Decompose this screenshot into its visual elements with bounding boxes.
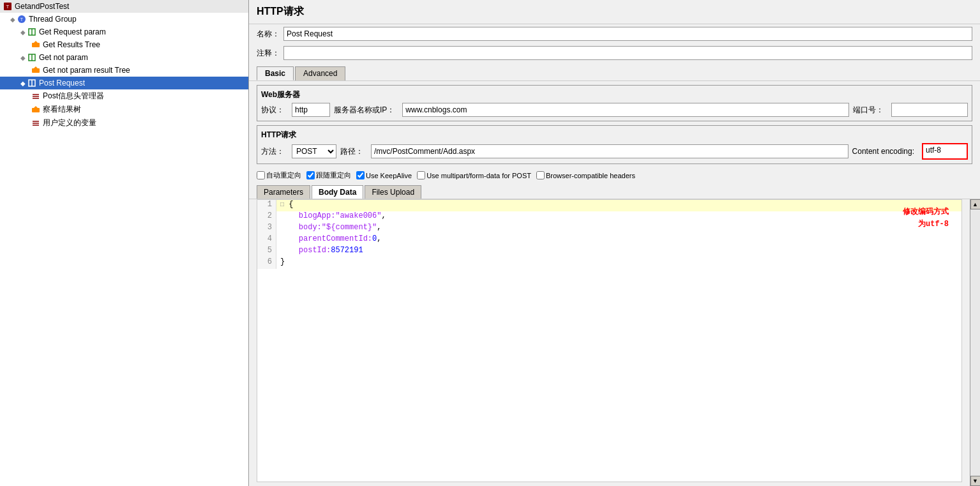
key-parentcommentid: parentCommentId: [299, 234, 372, 243]
tab-advanced[interactable]: Advanced [295, 66, 345, 80]
code-line-4: 4 parentCommentId:0, [257, 234, 961, 246]
tree-item-get-not-result[interactable]: Get not param result Tree [0, 64, 248, 77]
keepalive-label: Use KeepAlive [366, 172, 412, 179]
listener-icon [31, 40, 41, 50]
line-content-2: blogApp:"awake006", [276, 211, 961, 223]
port-label: 端口号： [853, 105, 884, 116]
encoding-input[interactable] [926, 146, 964, 155]
code-editor[interactable]: 1 □ { 2 blogApp:"awake006", 3 body:"${co… [257, 199, 962, 482]
path-input[interactable] [371, 144, 848, 158]
browser-compat-checkbox[interactable] [536, 171, 545, 179]
line-content-3: body:"${comment}", [276, 223, 961, 234]
tree-item-root[interactable]: T GetandPostTest [0, 0, 248, 13]
checkbox-keepalive[interactable]: Use KeepAlive [356, 171, 412, 179]
tab-basic[interactable]: Basic [257, 66, 294, 80]
code-line-2: 2 blogApp:"awake006", [257, 211, 961, 223]
follow-redirect-label: 跟随重定向 [316, 171, 351, 180]
method-select[interactable]: POST GET PUT DELETE [292, 144, 336, 158]
tab-body-data[interactable]: Body Data [312, 185, 363, 199]
right-scrollbar[interactable]: ▲ ▼ [970, 199, 980, 486]
name-row: 名称： [249, 24, 980, 43]
name-label: 名称： [257, 29, 280, 40]
multipart-checkbox[interactable] [417, 171, 425, 179]
svg-marker-11 [34, 66, 38, 68]
comment-input[interactable] [283, 46, 972, 60]
code-line-3: 3 body:"${comment}", [257, 223, 961, 234]
listener-icon3 [31, 105, 41, 115]
scroll-up-btn[interactable]: ▲ [970, 199, 981, 209]
browser-compat-label: Browser-compatible headers [546, 172, 635, 179]
tree-item-post-header[interactable]: Post信息头管理器 [0, 89, 248, 103]
encoding-box [922, 143, 968, 160]
tree-label-get-param: Get Request param [39, 27, 106, 36]
key-blogapp: blogApp: [299, 211, 336, 220]
uservar-icon [31, 118, 41, 128]
line-num-2: 2 [257, 211, 276, 223]
svg-marker-18 [34, 106, 38, 108]
line-content-6: } [276, 257, 961, 269]
connector: ◆ [10, 16, 15, 23]
annotation-line1: 修改编码方式 [903, 206, 949, 218]
line-num-5: 5 [257, 246, 276, 257]
main-tabs: Basic Advanced [257, 66, 972, 80]
checkbox-auto-redirect[interactable]: 自动重定向 [257, 171, 301, 180]
scroll-down-btn[interactable]: ▼ [970, 476, 981, 486]
tree-item-get-not[interactable]: ◆ Get not param [0, 51, 248, 64]
comma-4: , [377, 234, 381, 243]
follow-redirect-checkbox[interactable] [306, 171, 315, 179]
path-label: 路径： [340, 146, 363, 157]
config-icon [31, 91, 41, 102]
checkbox-follow-redirect[interactable]: 跟随重定向 [306, 171, 351, 180]
http-request-section: HTTP请求 方法： POST GET PUT DELETE 路径： Conte… [257, 125, 972, 164]
key-body: body: [299, 223, 322, 232]
tab-parameters[interactable]: Parameters [257, 185, 310, 199]
web-server-section: Web服务器 协议： 服务器名称或IP： 端口号： [257, 85, 972, 121]
encoding-label: Content encoding: [852, 147, 914, 156]
tab-files-upload[interactable]: Files Upload [365, 185, 421, 199]
sub-tab-bar: Parameters Body Data Files Upload [249, 183, 980, 199]
code-line-1: 1 □ { [257, 200, 961, 211]
checkbox-multipart[interactable]: Use multipart/form-data for POST [417, 171, 531, 179]
svg-text:T: T [20, 17, 24, 22]
right-panel: HTTP请求 名称： 注释： Basic Advanced Web服务器 协议：… [249, 0, 980, 486]
tree-item-user-var[interactable]: 用户定义的变量 [0, 116, 248, 130]
multipart-label: Use multipart/form-data for POST [426, 172, 531, 179]
tree-label-post-request: Post Request [39, 79, 85, 87]
val-blogapp: "awake006" [335, 211, 381, 220]
line-num-4: 4 [257, 234, 276, 246]
tree-item-get-param[interactable]: ◆ Get Request param [0, 26, 248, 38]
tree-item-post-request[interactable]: ◆ Post Request [0, 77, 248, 89]
tree-item-view-results[interactable]: 察看结果树 [0, 103, 248, 116]
protocol-input[interactable] [292, 103, 330, 117]
port-input[interactable] [891, 103, 968, 117]
checkbox-browser-compat[interactable]: Browser-compatible headers [536, 171, 635, 179]
svg-marker-7 [34, 41, 38, 43]
annotation: 修改编码方式 为utf-8 [903, 206, 949, 231]
main-tab-bar: Basic Advanced [249, 63, 980, 81]
svg-text:T: T [6, 4, 10, 10]
tree-item-thread[interactable]: ◆ T Thread Group [0, 13, 248, 26]
val-body: "${comment}" [322, 223, 377, 232]
tree-item-get-results[interactable]: Get Results Tree [0, 38, 248, 51]
tree-label-get-not: Get not param [39, 53, 88, 62]
auto-redirect-checkbox[interactable] [257, 171, 265, 179]
scroll-track [970, 209, 980, 476]
comma-2: , [381, 211, 386, 220]
svg-rect-6 [32, 43, 40, 47]
keepalive-checkbox[interactable] [356, 171, 365, 179]
panel-title: HTTP请求 [249, 0, 980, 24]
tree-panel: T GetandPostTest ◆ T Thread Group ◆ Get … [0, 0, 249, 486]
web-server-title: Web服务器 [261, 89, 968, 100]
listener-icon2 [31, 65, 41, 75]
comment-row: 注释： [249, 43, 980, 63]
connector-selected: ◆ [20, 80, 26, 87]
tree-label-post-header: Post信息头管理器 [43, 91, 104, 102]
expand-icon-1[interactable]: □ [280, 201, 284, 208]
web-server-row: 协议： 服务器名称或IP： 端口号： [261, 103, 968, 117]
name-input[interactable] [283, 27, 972, 41]
svg-rect-10 [32, 68, 40, 73]
server-input[interactable] [402, 103, 849, 117]
tree-label-thread: Thread Group [29, 15, 77, 24]
tree-label-root: GetandPostTest [15, 2, 69, 11]
brace-close: } [280, 257, 285, 266]
